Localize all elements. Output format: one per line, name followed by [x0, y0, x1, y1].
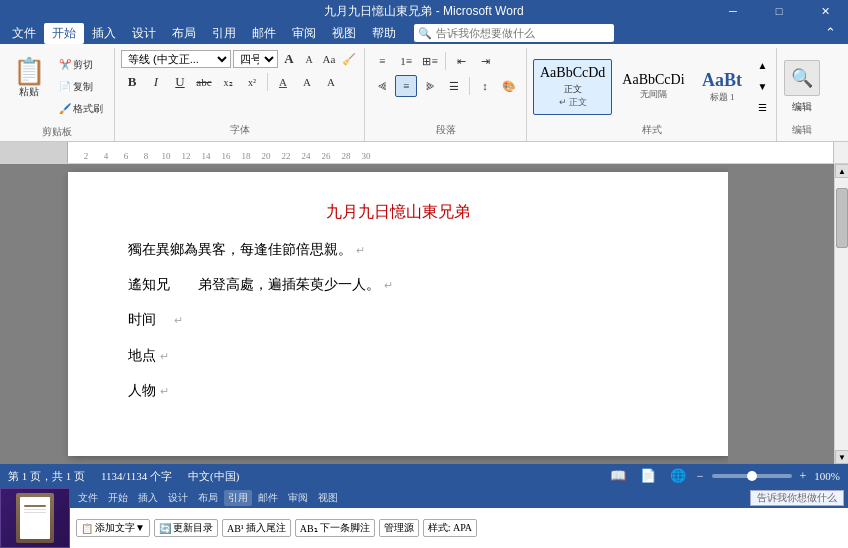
minimize-button[interactable]: ─	[710, 0, 756, 22]
zoom-in-button[interactable]: +	[800, 469, 807, 484]
clear-font-button[interactable]: A	[320, 71, 342, 93]
bold-button[interactable]: B	[121, 71, 143, 93]
styles-dropdown-button[interactable]: ▲ ▼ ☰	[755, 57, 771, 116]
italic-button[interactable]: I	[145, 71, 167, 93]
taskbar-menu-file[interactable]: 文件	[74, 490, 102, 506]
paragraph-group-label: 段落	[371, 123, 520, 139]
text-color-button[interactable]: A	[272, 71, 294, 93]
strikethrough-button[interactable]: abc	[193, 71, 215, 93]
numbered-list-button[interactable]: 1≡	[395, 50, 417, 72]
align-left-button[interactable]: ⫷	[371, 75, 393, 97]
menu-item-view[interactable]: 视图	[324, 23, 364, 44]
taskbar-search-mini[interactable]: 告诉我你想做什么	[750, 490, 844, 506]
page-info: 第 1 页，共 1 页	[8, 469, 85, 484]
taskbar-menu-design[interactable]: 设计	[164, 490, 192, 506]
decrease-indent-button[interactable]: ⇤	[450, 50, 472, 72]
taskbar-thumbnail[interactable]	[0, 488, 70, 548]
taskbar-menu-home[interactable]: 开始	[104, 490, 132, 506]
highlight-button[interactable]: A	[296, 71, 318, 93]
scroll-thumb[interactable]	[836, 188, 848, 248]
taskbar-menu-insert[interactable]: 插入	[134, 490, 162, 506]
font-size-select[interactable]: 四号	[233, 50, 278, 68]
document-line-5[interactable]: 人物 ↵	[128, 378, 668, 403]
zoom-slider[interactable]	[712, 474, 792, 478]
taskbar-btn-next-footnote[interactable]: AB₁ 下一条脚注	[295, 519, 375, 537]
web-layout-button[interactable]: 🌐	[667, 468, 689, 484]
ruler-mark: 16	[216, 151, 236, 161]
taskbar-menu-layout[interactable]: 布局	[194, 490, 222, 506]
collapse-ribbon-button[interactable]: ⌃	[817, 25, 844, 41]
scroll-track	[835, 178, 848, 450]
format-painter-button[interactable]: 🖌️ 格式刷	[54, 99, 108, 119]
document-line-1[interactable]: 獨在異鄉為異客，每逢佳節倍思親。 ↵	[128, 237, 668, 262]
print-layout-button[interactable]: 📄	[637, 468, 659, 484]
read-mode-button[interactable]: 📖	[607, 468, 629, 484]
change-case-button[interactable]: Aa	[320, 50, 338, 68]
styles-group-label: 样式	[533, 123, 770, 139]
justify-button[interactable]: ☰	[443, 75, 465, 97]
taskbar-btn-update-toc[interactable]: 🔄 更新目录	[154, 519, 218, 537]
ruler-mark: 4	[96, 151, 116, 161]
font-grow-button[interactable]: A	[280, 50, 298, 68]
taskbar-menu-mailings[interactable]: 邮件	[254, 490, 282, 506]
paste-button[interactable]: 📋 粘贴	[6, 48, 52, 110]
ruler-mark: 26	[316, 151, 336, 161]
zoom-out-button[interactable]: −	[697, 469, 704, 484]
taskbar-menu-references[interactable]: 引用	[224, 490, 252, 506]
zoom-level: 100%	[814, 470, 840, 482]
scroll-down-button[interactable]: ▼	[835, 450, 848, 464]
ruler-mark: 12	[176, 151, 196, 161]
ruler-mark: 30	[356, 151, 376, 161]
search-input[interactable]	[436, 27, 610, 39]
increase-indent-button[interactable]: ⇥	[474, 50, 496, 72]
menu-item-home[interactable]: 开始	[44, 23, 84, 44]
document-line-2[interactable]: 遙知兄 弟登高處，遍插茱萸少一人。 ↵	[128, 272, 668, 297]
copy-button[interactable]: 📄 复制	[54, 77, 108, 97]
clear-format-button[interactable]: 🧹	[340, 50, 358, 68]
ruler-mark: 8	[136, 151, 156, 161]
taskbar-menu-review[interactable]: 审阅	[284, 490, 312, 506]
taskbar-btn-style-apa[interactable]: 样式: APA	[423, 519, 477, 537]
menu-item-mailings[interactable]: 邮件	[244, 23, 284, 44]
document-line-4[interactable]: 地点 ↵	[128, 343, 668, 368]
taskbar-menu-view[interactable]: 视图	[314, 490, 342, 506]
taskbar-btn-add-text[interactable]: 📋 添加文字▼	[76, 519, 150, 537]
editing-group-label: 编辑	[783, 123, 821, 139]
align-right-button[interactable]: ⫸	[419, 75, 441, 97]
menu-item-review[interactable]: 审阅	[284, 23, 324, 44]
align-center-button[interactable]: ≡	[395, 75, 417, 97]
menu-item-help[interactable]: 帮助	[364, 23, 404, 44]
menu-item-insert[interactable]: 插入	[84, 23, 124, 44]
superscript-button[interactable]: x²	[241, 71, 263, 93]
multilevel-list-button[interactable]: ⊞≡	[419, 50, 441, 72]
document-page[interactable]: 九月九日憶山東兄弟 獨在異鄉為異客，每逢佳節倍思親。 ↵ 遙知兄 弟登高處，遍插…	[68, 172, 728, 456]
ruler-mark: 2	[76, 151, 96, 161]
subscript-button[interactable]: x₂	[217, 71, 239, 93]
shading-button[interactable]: 🎨	[498, 75, 520, 97]
document-line-3[interactable]: 时间 ↵	[128, 307, 668, 332]
style-no-space-button[interactable]: AaBbCcDi 无间隔	[615, 59, 691, 115]
style-normal-button[interactable]: AaBbCcDd 正文 ↵ 正文	[533, 59, 612, 115]
restore-button[interactable]: □	[756, 0, 802, 22]
ruler-mark: 28	[336, 151, 356, 161]
font-shrink-button[interactable]: A	[300, 50, 318, 68]
menu-item-references[interactable]: 引用	[204, 23, 244, 44]
cut-button[interactable]: ✂️ 剪切	[54, 55, 108, 75]
taskbar-btn-manage-sources[interactable]: 管理源	[379, 519, 419, 537]
bullet-list-button[interactable]: ≡	[371, 50, 393, 72]
underline-button[interactable]: U	[169, 71, 191, 93]
scroll-up-button[interactable]: ▲	[835, 164, 848, 178]
ruler-mark: 20	[256, 151, 276, 161]
menu-item-layout[interactable]: 布局	[164, 23, 204, 44]
taskbar-btn-insert-endnote[interactable]: AB¹ 插入尾注	[222, 519, 291, 537]
close-button[interactable]: ✕	[802, 0, 848, 22]
menu-item-file[interactable]: 文件	[4, 23, 44, 44]
line-spacing-button[interactable]: ↕	[474, 75, 496, 97]
endnote-icon: AB¹	[227, 523, 244, 534]
style-heading1-button[interactable]: AaBt 标题 1	[695, 59, 750, 115]
word-count: 1134/1134 个字	[101, 469, 172, 484]
menu-item-design[interactable]: 设计	[124, 23, 164, 44]
font-name-select[interactable]: 等线 (中文正...	[121, 50, 231, 68]
search-ribbon-button[interactable]: 🔍	[784, 60, 820, 96]
ruler-mark: 10	[156, 151, 176, 161]
